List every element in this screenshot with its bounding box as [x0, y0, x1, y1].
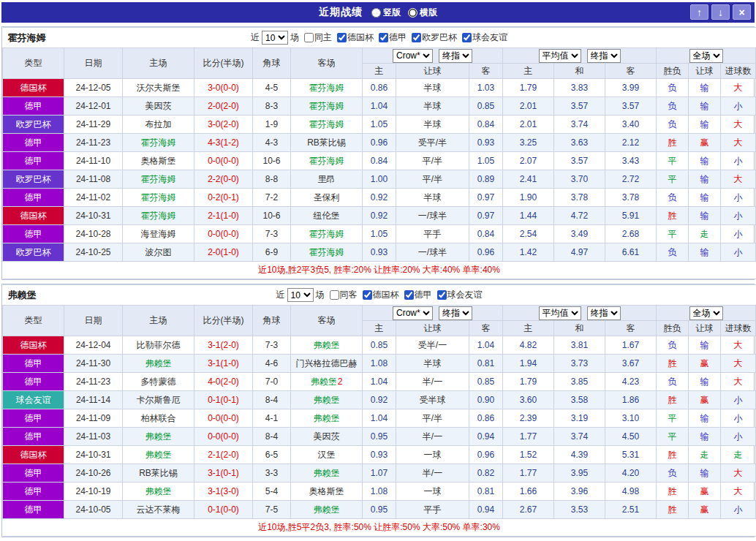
odds-source-select[interactable]: 终指 [439, 306, 472, 320]
home-team-cell: 卡尔斯鲁厄 [123, 391, 194, 409]
layout-radio-horizontal[interactable]: 横版 [408, 7, 437, 19]
match-row: 欧罗巴杯24-10-25波尔图2-0(1-0)6-9霍芬海姆0.93一/球半0.… [3, 243, 756, 262]
scope-select[interactable]: 全场 [689, 306, 723, 320]
competition-checkbox[interactable]: 德国杯 [360, 289, 399, 301]
avg-home-cell: 2.39 [503, 409, 554, 428]
avg-draw-cell: 3.57 [554, 97, 605, 116]
corners-cell: 6-5 [253, 446, 291, 464]
competition-checkbox-input[interactable] [404, 290, 414, 300]
handicap-result-cell: 输 [689, 373, 721, 391]
home-odds-cell: 0.92 [363, 391, 396, 409]
competition-checkbox[interactable]: 德甲 [376, 31, 407, 44]
competition-checkbox-label: 德国杯 [347, 31, 374, 44]
scope-select-group: 全场 [657, 48, 756, 64]
handicap-result-cell: 输 [689, 336, 721, 355]
column-header: 让球 [396, 64, 469, 79]
home-odds-cell: 1.05 [363, 116, 396, 134]
competition-checkbox[interactable]: 球会友谊 [434, 289, 483, 301]
same-side-checkbox[interactable]: 同客 [327, 289, 358, 301]
close-button[interactable]: × [733, 4, 751, 20]
competition-cell: 德甲 [3, 373, 64, 391]
move-up-button[interactable]: ↑ [690, 4, 708, 20]
odds-source-select[interactable]: Crow* [393, 306, 433, 320]
avg-draw-cell: 3.78 [554, 189, 605, 207]
layout-radio-input[interactable] [408, 8, 417, 18]
winlose-result-cell: 胜 [657, 446, 689, 464]
competition-checkbox-label: 德甲 [415, 289, 432, 301]
competition-checkbox-input[interactable] [337, 33, 347, 42]
date-cell: 24-11-03 [64, 428, 123, 446]
avg-source-select[interactable]: 终指 [587, 49, 621, 63]
home-team-cell: 柏林联合 [123, 409, 194, 428]
competition-checkbox-input[interactable] [437, 290, 447, 300]
layout-radio-vertical[interactable]: 竖版 [371, 7, 401, 19]
competition-checkbox-input[interactable] [379, 33, 388, 42]
layout-radio-input[interactable] [371, 8, 381, 18]
away-team-cell: 弗赖堡 [291, 501, 363, 519]
avg-draw-cell: 3.58 [554, 391, 605, 409]
goals-result-cell: 小 [721, 225, 756, 243]
competition-checkbox-label: 球会友谊 [472, 31, 507, 44]
away-team-cell: 弗赖堡2 [291, 373, 363, 391]
competition-checkbox[interactable]: 德甲 [401, 289, 432, 301]
score-cell: 3-0(2-0) [194, 116, 253, 134]
score-cell: 2-0(1-0) [194, 243, 253, 262]
handicap-result-cell: 赢 [689, 501, 721, 519]
competition-checkbox[interactable]: 球会友谊 [459, 31, 507, 44]
same-side-checkbox-input[interactable] [304, 33, 314, 42]
scope-select[interactable]: 全场 [689, 49, 723, 63]
date-cell: 24-10-31 [64, 207, 123, 225]
corners-cell: 3-3 [253, 464, 291, 483]
winlose-result-cell: 平 [657, 170, 689, 189]
corners-cell: 4-5 [253, 79, 291, 97]
goals-result-cell: 小 [721, 409, 756, 428]
home-team-cell: 美因茨 [123, 97, 194, 116]
home-odds-cell: 0.86 [363, 79, 396, 97]
move-down-button[interactable]: ↓ [711, 4, 730, 20]
column-header: 主场 [123, 306, 194, 336]
score-cell: 3-1(0-1) [194, 464, 253, 483]
column-header: 客场 [291, 48, 363, 79]
avg-home-cell: 2.41 [503, 170, 554, 189]
handicap-cell: 一/球半 [396, 207, 469, 225]
sections-container: 霍芬海姆近10场同主德国杯德甲欧罗巴杯球会友谊类型日期主场比分(半场)角球客场C… [1, 26, 755, 537]
date-cell: 24-11-29 [64, 116, 123, 134]
goals-result-cell: 小 [721, 207, 756, 225]
avg-away-cell: 3.78 [605, 189, 657, 207]
competition-checkbox-input[interactable] [363, 290, 372, 300]
column-header: 主 [503, 321, 554, 336]
avg-home-cell: 3.25 [503, 134, 554, 152]
score-cell: 3-1(1-0) [194, 355, 253, 373]
away-team-cell: 纽伦堡 [291, 207, 363, 225]
home-odds-cell: 0.92 [363, 189, 396, 207]
filter-row: 弗赖堡近10场同客德国杯德甲球会友谊 [3, 285, 756, 306]
avg-away-cell: 2.12 [605, 134, 657, 152]
date-cell: 24-10-05 [64, 501, 123, 519]
handicap-cell: 平/半 [396, 152, 469, 170]
competition-cell: 德甲 [3, 464, 64, 483]
winlose-result-cell: 平 [657, 152, 689, 170]
odds-source-select[interactable]: Crow* [393, 49, 433, 63]
same-side-checkbox-input[interactable] [330, 290, 339, 300]
avg-source-select[interactable]: 平均值 [539, 306, 581, 320]
avg-source-select[interactable]: 终指 [587, 306, 621, 320]
home-team-cell: 多特蒙德 [123, 373, 194, 391]
match-count-select[interactable]: 10 [262, 31, 288, 45]
competition-cell: 德国杯 [3, 446, 64, 464]
competition-checkbox-input[interactable] [462, 33, 472, 42]
filter-bar: 近10场同客德国杯德甲球会友谊 [276, 285, 483, 305]
match-count-select[interactable]: 10 [287, 288, 314, 302]
same-side-checkbox[interactable]: 同主 [301, 31, 332, 44]
competition-checkbox[interactable]: 欧罗巴杯 [409, 31, 457, 44]
odds-source-select[interactable]: 终指 [439, 49, 472, 63]
competition-checkbox[interactable]: 德国杯 [334, 31, 374, 44]
competition-cell: 德甲 [3, 483, 64, 501]
competition-checkbox-input[interactable] [412, 33, 421, 42]
competition-cell: 球会友谊 [3, 391, 64, 409]
odds-source-select-group: Crow*终指 [363, 48, 503, 64]
competition-cell: 德甲 [3, 409, 64, 428]
avg-source-select[interactable]: 平均值 [539, 49, 581, 63]
match-row: 德甲24-10-28海登海姆0-0(0-0)7-3霍芬海姆1.05平手0.842… [3, 225, 756, 243]
match-row: 德国杯24-12-05沃尔夫斯堡3-0(0-0)4-5霍芬海姆0.86半球1.0… [3, 79, 756, 97]
score-cell: 2-1(1-0) [194, 207, 253, 225]
